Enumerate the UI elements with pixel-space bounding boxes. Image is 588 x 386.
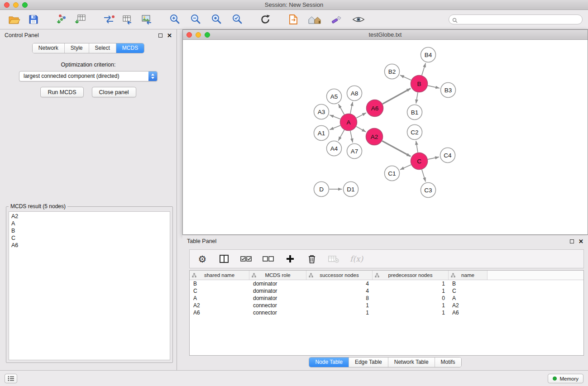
export-image-icon[interactable] bbox=[139, 12, 154, 27]
column-header[interactable]: successor nodes bbox=[306, 271, 373, 280]
graph-node[interactable]: A4 bbox=[327, 141, 342, 156]
graph-node[interactable]: A8 bbox=[347, 86, 362, 101]
tab-select[interactable]: Select bbox=[89, 43, 116, 53]
graph-node[interactable]: C1 bbox=[385, 166, 400, 181]
float-table-panel-icon[interactable] bbox=[570, 239, 574, 243]
graph-node[interactable]: A1 bbox=[314, 126, 329, 141]
table-row[interactable]: Adominator80A bbox=[190, 295, 583, 302]
graph-node[interactable]: C3 bbox=[421, 183, 436, 198]
tab-style[interactable]: Style bbox=[65, 43, 89, 53]
graph-node[interactable]: B4 bbox=[421, 48, 436, 62]
mcds-result-item[interactable]: C bbox=[9, 234, 170, 242]
graph-edge[interactable] bbox=[422, 63, 425, 76]
table-row[interactable]: Bdominator41B bbox=[190, 280, 583, 287]
tab-edge-table[interactable]: Edge Table bbox=[349, 357, 388, 367]
graph-node[interactable]: C2 bbox=[407, 125, 422, 140]
memory-button[interactable]: Memory bbox=[548, 374, 583, 383]
search-input[interactable] bbox=[449, 14, 583, 24]
close-panel-icon[interactable]: ✕ bbox=[167, 33, 172, 38]
graph-edge[interactable] bbox=[416, 141, 418, 152]
save-session-icon[interactable] bbox=[26, 12, 41, 27]
zoom-selected-icon[interactable] bbox=[230, 12, 244, 27]
graph-edge[interactable] bbox=[356, 113, 366, 118]
import-table-file-icon[interactable] bbox=[73, 12, 88, 27]
delete-table-icon[interactable] bbox=[328, 253, 339, 265]
optimization-criterion-select[interactable]: largest connected component (directed) bbox=[19, 71, 158, 81]
zoom-in-icon[interactable] bbox=[167, 12, 182, 27]
open-session-icon[interactable] bbox=[7, 12, 22, 27]
tab-motifs[interactable]: Motifs bbox=[435, 357, 461, 367]
graph-node[interactable]: C4 bbox=[440, 148, 455, 163]
export-table-icon[interactable] bbox=[120, 12, 135, 27]
close-panel-button[interactable]: Close panel bbox=[92, 87, 136, 97]
table-settings-gear-icon[interactable]: ⚙ bbox=[197, 253, 208, 265]
graph-edge[interactable] bbox=[339, 104, 344, 114]
graph-edge[interactable] bbox=[428, 157, 439, 159]
zoom-out-icon[interactable] bbox=[188, 12, 203, 27]
network-exchange-icon[interactable] bbox=[101, 12, 116, 27]
zoom-network-window-icon[interactable] bbox=[205, 32, 210, 38]
graph-edge[interactable] bbox=[330, 115, 340, 119]
delete-column-icon[interactable] bbox=[306, 253, 317, 265]
zoom-window-icon[interactable] bbox=[22, 2, 28, 8]
float-panel-icon[interactable] bbox=[158, 33, 163, 38]
graph-edge[interactable] bbox=[330, 125, 340, 130]
function-builder-icon[interactable]: f(x) bbox=[350, 253, 363, 265]
graph-edge[interactable] bbox=[400, 75, 411, 80]
graph-node[interactable]: D bbox=[314, 182, 329, 197]
graph-node[interactable]: A2 bbox=[366, 129, 383, 145]
graph-node[interactable]: B bbox=[411, 76, 428, 92]
graph-node[interactable]: A5 bbox=[327, 89, 342, 104]
network-canvas[interactable]: AA1A2A3A4A5A6A7A8BB1B2B3B4CC1C2C3C4DD1 bbox=[183, 40, 588, 234]
close-network-window-icon[interactable] bbox=[186, 32, 192, 38]
deselect-all-columns-icon[interactable] bbox=[263, 253, 274, 265]
graph-node[interactable]: B3 bbox=[441, 83, 456, 98]
tab-network-table[interactable]: Network Table bbox=[388, 357, 435, 367]
graph-edge[interactable] bbox=[428, 86, 440, 88]
mcds-result-list[interactable]: A2ABCA6 bbox=[9, 211, 170, 360]
graph-edge[interactable] bbox=[350, 131, 353, 143]
graph-node[interactable]: A7 bbox=[347, 144, 362, 159]
graph-node[interactable]: A6 bbox=[367, 100, 383, 117]
column-header[interactable]: predecessor nodes bbox=[373, 271, 449, 280]
task-history-button[interactable] bbox=[5, 374, 17, 383]
graph-node[interactable]: B2 bbox=[385, 64, 400, 79]
open-recent-file-icon[interactable] bbox=[286, 12, 301, 27]
show-graphics-details-icon[interactable] bbox=[351, 12, 366, 27]
node-table[interactable]: shared nameMCDS rolesuccessor nodesprede… bbox=[189, 270, 584, 356]
add-column-icon[interactable] bbox=[285, 253, 296, 265]
column-header[interactable]: MCDS role bbox=[249, 271, 306, 280]
mcds-result-item[interactable]: A6 bbox=[9, 242, 170, 249]
graph-edge[interactable] bbox=[350, 102, 353, 114]
refresh-view-icon[interactable] bbox=[258, 12, 272, 27]
column-header[interactable]: shared name bbox=[190, 271, 249, 280]
graph-edge[interactable] bbox=[356, 127, 366, 132]
zoom-fit-icon[interactable] bbox=[209, 12, 224, 27]
table-row[interactable]: Cdominator41C bbox=[190, 287, 583, 295]
tab-node-table[interactable]: Node Table bbox=[309, 357, 349, 367]
mcds-result-item[interactable]: A bbox=[9, 220, 170, 227]
network-window-titlebar[interactable]: testGlobe.txt bbox=[183, 30, 588, 40]
graph-edge[interactable] bbox=[382, 88, 411, 104]
close-table-panel-icon[interactable]: ✕ bbox=[578, 238, 583, 244]
graph-edge[interactable] bbox=[382, 141, 411, 156]
apply-style-icon[interactable] bbox=[330, 12, 344, 27]
tab-network[interactable]: Network bbox=[33, 43, 65, 53]
mcds-result-item[interactable]: B bbox=[9, 227, 170, 234]
graph-node[interactable]: C bbox=[411, 153, 428, 170]
run-mcds-button[interactable]: Run MCDS bbox=[40, 87, 83, 97]
table-row[interactable]: A2connector11A2 bbox=[190, 302, 583, 309]
graph-edge[interactable] bbox=[400, 165, 411, 170]
column-header[interactable]: name bbox=[449, 271, 488, 280]
mcds-result-item[interactable]: A2 bbox=[9, 213, 170, 220]
graph-edge[interactable] bbox=[416, 92, 418, 103]
import-network-file-icon[interactable] bbox=[54, 12, 69, 27]
graph-node[interactable]: B1 bbox=[407, 105, 422, 120]
home-fit-icon[interactable] bbox=[308, 12, 322, 27]
graph-edge[interactable] bbox=[338, 130, 344, 141]
graph-edge[interactable] bbox=[422, 170, 425, 182]
column-visibility-icon[interactable] bbox=[219, 253, 229, 265]
table-row[interactable]: A6connector11A6 bbox=[190, 309, 583, 316]
graph-node[interactable]: D1 bbox=[344, 182, 359, 197]
tab-mcds[interactable]: MCDS bbox=[116, 43, 144, 53]
